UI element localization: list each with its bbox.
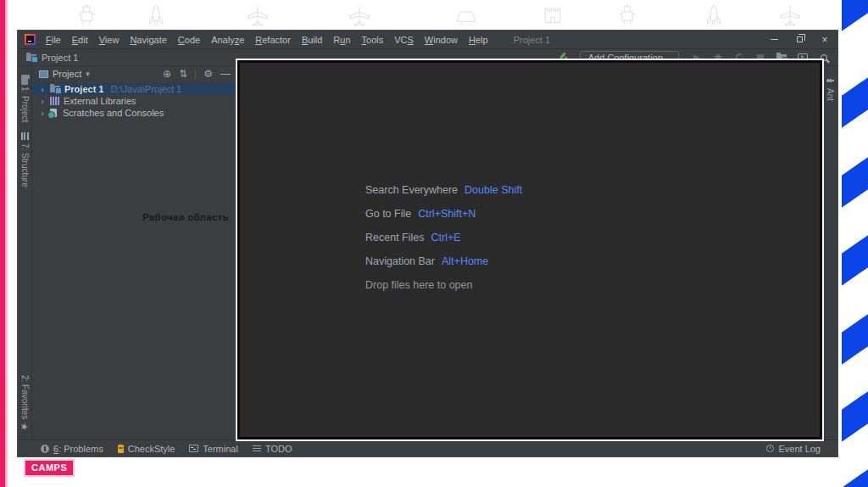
divider: [195, 70, 196, 79]
plane-doodle-icon: [776, 3, 804, 29]
blue-stripe: [842, 469, 868, 487]
menu-build[interactable]: Build: [300, 35, 324, 45]
tree-item-label: Project 1: [64, 84, 103, 94]
tree-row[interactable]: ›Project 1D:\Java\Project 1: [32, 83, 237, 95]
status-item-checkstyle[interactable]: CheckStyle: [118, 444, 175, 454]
menu-edit[interactable]: Edit: [70, 35, 90, 45]
editor-area-highlight: Search EverywhereDouble ShiftGo to FileC…: [237, 60, 822, 439]
structure-icon: [21, 132, 29, 140]
blue-stripe: [842, 77, 868, 128]
menu-vcs[interactable]: VCS: [392, 35, 415, 45]
status-item-terminal[interactable]: Terminal: [189, 444, 238, 454]
slide-blue-stripes: [842, 0, 868, 487]
status-item-label: TODO: [265, 444, 292, 454]
menu-run[interactable]: Run: [331, 35, 352, 45]
shortcut-action-label: Go to File: [365, 209, 411, 220]
drop-files-hint: Drop files here to open: [365, 280, 522, 291]
terminal-icon: [189, 445, 198, 452]
slide-accent-bar: [0, 0, 8, 487]
blue-stripe: [842, 235, 868, 286]
event-log-button[interactable]: Event Log: [766, 444, 821, 454]
menu-navigate[interactable]: Navigate: [128, 35, 168, 45]
maximize-restore-button[interactable]: [787, 31, 812, 48]
menu-tools[interactable]: Tools: [360, 35, 386, 45]
shortcut-hint: Navigation BarAlt+Home: [365, 256, 522, 267]
event-log-icon: [766, 445, 774, 452]
tree-row[interactable]: ›External Libraries: [32, 95, 237, 107]
menu-window[interactable]: Window: [423, 35, 459, 45]
project-folder-icon: [26, 54, 36, 61]
shortcut-keys: Ctrl+Shift+N: [418, 209, 476, 220]
chevron-right-icon[interactable]: ›: [39, 108, 46, 118]
menu-file[interactable]: File: [44, 35, 63, 45]
project-view-icon: [39, 70, 48, 78]
status-bar: 6: ProblemsCheckStyleTerminalTODO Event …: [18, 439, 837, 456]
shortcut-action-label: Navigation Bar: [365, 256, 435, 267]
minimize-button[interactable]: [761, 31, 787, 48]
tool-window-tab-2-favorites[interactable]: 2: Favorites★: [20, 375, 30, 431]
shortcut-keys: Double Shift: [465, 185, 522, 196]
shortcut-hint: Go to FileCtrl+Shift+N: [365, 209, 522, 220]
tool-window-tab-label: 1: Project: [20, 87, 30, 122]
status-item-label: Terminal: [203, 444, 238, 454]
project-view-dropdown[interactable]: Project ▾: [39, 69, 90, 79]
blue-stripe: [842, 157, 868, 208]
tree-row[interactable]: ›Scratches and Consoles: [32, 107, 237, 119]
shortcut-hint: Search EverywhereDouble Shift: [365, 185, 522, 196]
panel-header-icons: ⊕ ⇅ ⚙ —: [163, 68, 231, 80]
tool-window-tab-label: 2: Favorites: [20, 375, 30, 419]
shortcut-hint: Recent FilesCtrl+E: [365, 232, 522, 244]
tool-window-tab-label: Ant: [826, 88, 835, 101]
chevron-right-icon[interactable]: ›: [39, 84, 46, 94]
hide-panel-icon[interactable]: —: [220, 68, 231, 80]
status-item-todo[interactable]: TODO: [253, 444, 292, 454]
tool-window-tab-7-structure[interactable]: 7: Structure: [20, 132, 30, 188]
checkstyle-icon: [118, 445, 124, 453]
project-panel: Project ▾ ⊕ ⇅ ⚙ — ›Project 1D:\Java\Proj…: [32, 66, 237, 439]
folder-icon: [21, 75, 28, 85]
menu-bar: FileEditViewNavigateCodeAnalyzeRefactorB…: [44, 35, 490, 45]
status-item-6-problems[interactable]: 6: Problems: [41, 444, 103, 454]
maximize-restore-icon: [797, 36, 803, 42]
chevron-right-icon[interactable]: ›: [39, 96, 46, 106]
project-view-label: Project: [53, 69, 81, 79]
tree-item-label: External Libraries: [64, 96, 136, 106]
castle-doodle-icon: [539, 3, 566, 29]
car-doodle-icon: [453, 3, 480, 29]
menu-refactor[interactable]: Refactor: [253, 35, 292, 45]
settings-gear-icon[interactable]: ⚙: [203, 68, 213, 80]
status-bar-items: 6: ProblemsCheckStyleTerminalTODO: [41, 444, 292, 454]
title-bar: FileEditViewNavigateCodeAnalyzeRefactorB…: [18, 31, 837, 49]
blue-stripe: [842, 0, 868, 31]
intellij-logo-icon: [25, 34, 36, 45]
locate-icon[interactable]: ⊕: [163, 68, 171, 80]
menu-code[interactable]: Code: [176, 35, 202, 45]
tree-item-path: D:\Java\Project 1: [110, 84, 181, 94]
editor-shortcut-hints: Search EverywhereDouble ShiftGo to FileC…: [365, 185, 522, 291]
todo-icon: [253, 445, 261, 452]
menu-help[interactable]: Help: [467, 35, 490, 45]
minimize-icon: [771, 39, 778, 40]
scratches-icon: [50, 109, 57, 117]
shortcut-action-label: Recent Files: [365, 232, 424, 244]
robot-doodle-icon: [73, 3, 100, 29]
blue-stripe: [842, 391, 868, 442]
collapse-all-icon[interactable]: ⇅: [179, 68, 187, 80]
status-item-label: CheckStyle: [128, 444, 175, 454]
close-button[interactable]: ×: [812, 31, 837, 48]
tool-window-tab-1-project[interactable]: 1: Project: [19, 76, 30, 122]
rocket-doodle-icon: [700, 3, 727, 29]
tool-window-tab-ant[interactable]: Ant: [826, 76, 835, 101]
slide-annotation-label: Рабочая область: [142, 212, 229, 222]
menu-view[interactable]: View: [97, 35, 121, 45]
menu-analyze[interactable]: Analyze: [209, 35, 246, 45]
navigation-breadcrumb[interactable]: Project 1: [26, 53, 78, 63]
window-title: Project 1: [514, 35, 550, 45]
tool-window-tab-label: 7: Structure: [20, 143, 30, 188]
shortcut-keys: Alt+Home: [442, 256, 488, 267]
libraries-icon: [50, 97, 59, 105]
status-item-label: 6: Problems: [53, 444, 103, 454]
right-tool-stripe: Ant: [822, 66, 837, 439]
project-panel-header: Project ▾ ⊕ ⇅ ⚙ —: [32, 66, 237, 81]
event-log-label: Event Log: [778, 444, 821, 454]
